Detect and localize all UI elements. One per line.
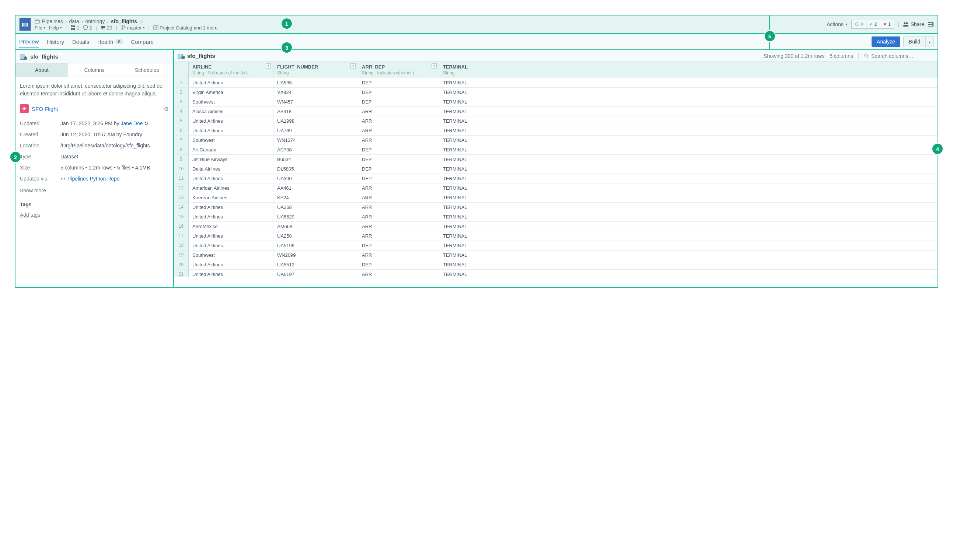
column-search[interactable]: [858, 53, 934, 59]
tab-history[interactable]: History: [47, 39, 64, 48]
column-toggle-icon[interactable]: ▾: [431, 64, 437, 68]
table-row[interactable]: 11United AirlinesUA300DEPTERMINAL: [174, 174, 937, 183]
table-row[interactable]: 19SouthwestWN2099ARRTERMINAL: [174, 251, 937, 260]
cell-terminal: TERMINAL: [439, 107, 487, 116]
stat-comments[interactable]: 20: [101, 25, 112, 31]
status-refresh[interactable]: 0: [852, 20, 866, 28]
sidebar-title: sfo_flights: [16, 50, 173, 64]
column-toggle-icon[interactable]: ▾: [266, 64, 271, 68]
column-count-info: 5 columns: [830, 53, 853, 59]
table-row[interactable]: 15United AirlinesUA5629ARRTERMINAL: [174, 212, 937, 222]
breadcrumb-item[interactable]: Pipelines: [42, 19, 63, 24]
row-number: 11: [174, 174, 189, 183]
cell-flight: KE24: [273, 193, 358, 202]
cell-terminal: TERMINAL: [439, 97, 487, 107]
table-row[interactable]: 21United AirlinesUA6197ARRTERMINAL: [174, 270, 937, 277]
catalog-link[interactable]: Project Catalog and 1 more: [153, 25, 218, 31]
table-row[interactable]: 4Alaska AirlinesAS318ARRTERMINAL: [174, 107, 937, 116]
column-header-airline[interactable]: AIRLINE String · Full name of the Airl… …: [189, 62, 273, 78]
build-button[interactable]: Build: [903, 36, 925, 47]
tab-compare[interactable]: Compare: [131, 39, 154, 48]
branch-icon: [121, 25, 126, 30]
help-menu[interactable]: Help ▾: [49, 25, 62, 31]
table-row[interactable]: 5United AirlinesUA1998ARRTERMINAL: [174, 116, 937, 126]
svg-point-10: [122, 25, 123, 27]
show-more[interactable]: Show more: [20, 188, 169, 194]
header-right: Actions ▾ 0 ✓2 ✕1 | Share: [770, 16, 937, 34]
breadcrumb-item[interactable]: ontology: [85, 19, 105, 24]
row-number: 9: [174, 155, 189, 164]
app-logo[interactable]: [19, 18, 31, 31]
history-icon[interactable]: ↻: [144, 121, 149, 126]
panel-icon[interactable]: [928, 22, 934, 27]
status-errors[interactable]: ✕1: [880, 20, 894, 28]
column-header-arr-dep[interactable]: ARR_DEP String · Indicates whether t… ▾: [358, 62, 439, 78]
search-input[interactable]: [871, 53, 934, 59]
row-number: 17: [174, 231, 189, 240]
cell-terminal: TERMINAL: [439, 78, 487, 87]
cell-flight: AA461: [273, 183, 358, 193]
actions-dropdown[interactable]: Actions ▾: [827, 22, 847, 27]
folder-icon: [35, 19, 40, 24]
build-dropdown[interactable]: ▾: [925, 36, 934, 47]
stat-branches[interactable]: 2: [83, 25, 92, 31]
cell-airline: Alaska Airlines: [189, 107, 273, 116]
column-header-flight-number[interactable]: FLIGHT_NUMBER String ▾: [273, 62, 358, 78]
status-checks[interactable]: ✓2: [866, 20, 880, 28]
tab-health[interactable]: Health6: [97, 39, 123, 48]
table-row[interactable]: 18United AirlinesUA5199DEPTERMINAL: [174, 241, 937, 251]
repo-link[interactable]: Pipelines Python Repo: [61, 176, 120, 181]
meta-location: Location /Org/Pipelines/data/ontology/sf…: [20, 143, 169, 149]
stat-datasets[interactable]: 1: [70, 25, 79, 31]
column-toggle-icon[interactable]: ▾: [351, 64, 355, 68]
table-row[interactable]: 14United AirlinesUA268ARRTERMINAL: [174, 203, 937, 212]
svg-rect-9: [73, 28, 75, 30]
table-row[interactable]: 16AeroMexicoAM668ARRTERMINAL: [174, 222, 937, 231]
cell-airline: Delta Airlines: [189, 164, 273, 174]
gear-icon[interactable]: ⚙: [164, 105, 169, 112]
tabs-right: Analyze Build ▾: [770, 34, 937, 50]
table-row[interactable]: 12American AirlinesAA461ARRTERMINAL: [174, 183, 937, 193]
svg-rect-16: [928, 22, 931, 23]
cell-airline: United Airlines: [189, 78, 273, 87]
search-icon: [864, 53, 869, 59]
tab-preview[interactable]: Preview: [19, 38, 39, 48]
column-header-terminal[interactable]: TERMINAL String: [439, 62, 487, 78]
data-rows[interactable]: 1United AirlinesUA535DEPTERMINAL2Virgin …: [174, 78, 937, 277]
cell-airline: United Airlines: [189, 241, 273, 250]
branch-selector[interactable]: master ▾: [121, 25, 145, 31]
table-row[interactable]: 10Delta AirlinesDL5805DEPTERMINAL: [174, 164, 937, 174]
table-row[interactable]: 3SouthwestWN457DEPTERMINAL: [174, 97, 937, 107]
callout-4: 4: [932, 144, 943, 154]
table-row[interactable]: 6United AirlinesUA769ARRTERMINAL: [174, 126, 937, 136]
file-menu[interactable]: File ▾: [35, 25, 45, 31]
sidebar-tab-schedules[interactable]: Schedules: [121, 64, 173, 77]
star-icon[interactable]: ☆: [139, 19, 144, 24]
share-button[interactable]: Share: [903, 22, 924, 27]
table-row[interactable]: 20United AirlinesUA5512DEPTERMINAL: [174, 260, 937, 270]
column-headers: AIRLINE String · Full name of the Airl… …: [174, 62, 937, 78]
sidebar-tab-about[interactable]: About: [16, 64, 68, 77]
svg-rect-0: [22, 23, 28, 26]
table-row[interactable]: 7SouthwestWN1274ARRTERMINAL: [174, 136, 937, 145]
analyze-button[interactable]: Analyze: [872, 36, 900, 47]
sidebar-tab-columns[interactable]: Columns: [68, 64, 121, 77]
cell-arrdep: ARR: [358, 231, 439, 240]
table-row[interactable]: 1United AirlinesUA535DEPTERMINAL: [174, 78, 937, 88]
user-link[interactable]: Jane Doe: [121, 121, 143, 126]
table-row[interactable]: 2Virgin AmericaVX924DEPTERMINAL: [174, 88, 937, 97]
breadcrumb-item[interactable]: data: [69, 19, 79, 24]
cell-terminal: TERMINAL: [439, 251, 487, 260]
table-row[interactable]: 9Jet Blue AirwaysB6534DEPTERMINAL: [174, 155, 937, 164]
cell-arrdep: DEP: [358, 164, 439, 174]
add-tags[interactable]: Add tags: [20, 212, 169, 218]
table-row[interactable]: 17United AirlinesUA258ARRTERMINAL: [174, 231, 937, 241]
tab-details[interactable]: Details: [72, 39, 89, 48]
cell-flight: UA6197: [273, 270, 358, 277]
tags-title: Tags: [20, 202, 169, 208]
entity-link[interactable]: ✈ SFO Flight ⚙: [20, 104, 169, 113]
table-row[interactable]: 13Koerean AirlinesKE24ARRTERMINAL: [174, 193, 937, 203]
table-row[interactable]: 8Air CanadaAC738DEPTERMINAL: [174, 145, 937, 155]
cell-arrdep: ARR: [358, 222, 439, 231]
cell-airline: United Airlines: [189, 116, 273, 126]
